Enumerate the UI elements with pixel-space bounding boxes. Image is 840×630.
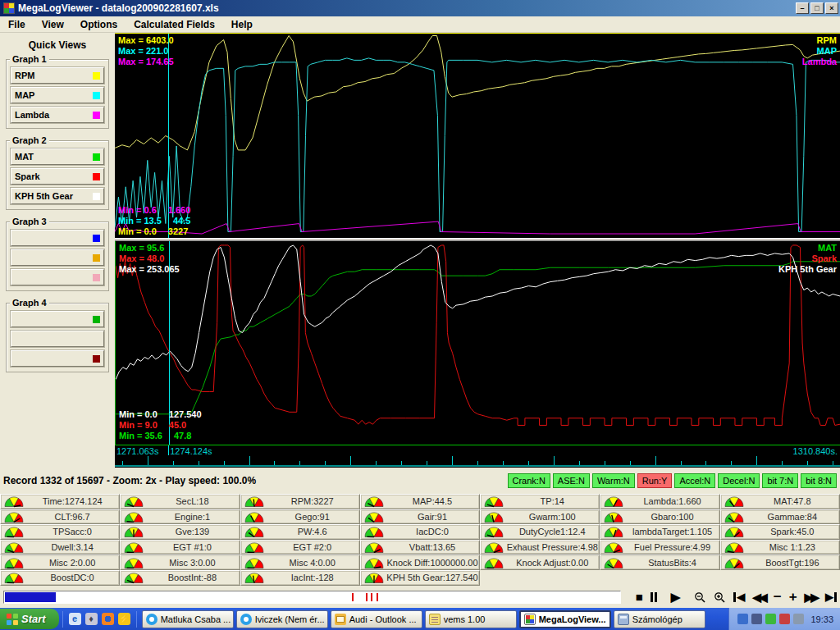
- fast-forward-button[interactable]: ▶▶: [805, 591, 818, 604]
- quick-view-item[interactable]: [11, 311, 104, 327]
- gauge-readout: MAT:47.8: [746, 496, 839, 506]
- gauge-icon: [3, 510, 25, 523]
- cursor-value: 1.660: [168, 205, 191, 216]
- gauge-readout: BoostTgt:196: [746, 558, 839, 568]
- task-button-sz-mol-g-p[interactable]: Számológép: [614, 610, 705, 628]
- gauge-icon: [244, 556, 266, 569]
- quick-views-panel: Quick Views Graph 1RPMMAPLambdaGraph 2MA…: [0, 33, 115, 468]
- menu-item-file[interactable]: File: [0, 17, 34, 32]
- menu-item-options[interactable]: Options: [72, 17, 126, 32]
- device-icon[interactable]: [793, 614, 804, 624]
- overlay-text: Min = 0.0: [119, 409, 158, 419]
- task-label: Számológép: [632, 614, 682, 624]
- volume-icon[interactable]: [737, 614, 748, 624]
- status-red-icon[interactable]: [779, 614, 790, 624]
- rewind-button[interactable]: ◀◀: [752, 591, 765, 604]
- top-legend: RPMMAPLambda: [802, 35, 837, 67]
- quick-view-label: MAP: [15, 90, 34, 100]
- gauge-lambdatarget: lambdaTarget:1.105: [600, 524, 719, 540]
- menu-item-view[interactable]: View: [34, 17, 72, 32]
- trace-rpm: [115, 35, 840, 149]
- quick-view-item-rpm[interactable]: RPM: [11, 67, 104, 84]
- gauge-readout: TPSacc:0: [25, 527, 119, 536]
- gauge-lambda: Lambda:1.660: [600, 494, 719, 509]
- outlook-icon: [335, 614, 346, 625]
- overlay-line: KPH 5th Gear: [778, 264, 837, 275]
- gauge-icon: [3, 495, 25, 508]
- stop-button[interactable]: ■: [636, 591, 643, 604]
- quick-view-item-kph-5th-gear[interactable]: KPH 5th Gear: [11, 188, 104, 204]
- network-icon[interactable]: [751, 614, 762, 624]
- antivirus-icon[interactable]: [765, 614, 776, 624]
- task-button-matluka-csaba-[interactable]: Matluka Csaba ...: [142, 610, 234, 628]
- quick-view-item[interactable]: [11, 331, 104, 347]
- start-button[interactable]: Start: [0, 609, 59, 629]
- menu-item-calculated-fields[interactable]: Calculated Fields: [126, 17, 223, 32]
- gauge-gwarm: Gwarm:100: [480, 509, 600, 525]
- gauge-readout: Gammae:84: [746, 512, 839, 522]
- axis-tick: [477, 461, 478, 465]
- skip-end-button[interactable]: ▶: [825, 591, 837, 604]
- progress-marker: [377, 593, 378, 601]
- quick-view-item-map[interactable]: MAP: [11, 87, 104, 103]
- chart-area: Max = 6403.0Max = 221.0Max = 174.65 Min …: [115, 33, 840, 468]
- quick-view-item-lambda[interactable]: Lambda: [11, 107, 104, 123]
- close-button[interactable]: ×: [825, 2, 838, 14]
- plus-button[interactable]: +: [789, 591, 797, 604]
- task-button-vems-1-00[interactable]: vems 1.00: [425, 610, 517, 628]
- play-button[interactable]: ▶: [671, 591, 681, 604]
- overlay-text: Max = 6403.0: [118, 35, 174, 45]
- skip-start-button[interactable]: ◀: [733, 591, 745, 604]
- zoom-out-button[interactable]: [694, 591, 706, 604]
- player-icon[interactable]: ♦: [85, 613, 98, 625]
- task-button-iviczek-nem-r-[interactable]: Iviczek (Nem ér...: [236, 610, 328, 628]
- overlay-text: Lambda: [802, 57, 837, 66]
- menu-item-help[interactable]: Help: [223, 17, 261, 32]
- minus-button[interactable]: −: [774, 591, 782, 604]
- series-color-swatch: [93, 316, 100, 323]
- gauge-dwell: Dwell:3.14: [0, 540, 120, 555]
- top-chart[interactable]: Max = 6403.0Max = 221.0Max = 174.65 Min …: [115, 33, 840, 238]
- series-color-swatch: [93, 355, 100, 363]
- quick-view-item[interactable]: [11, 249, 104, 266]
- progress-marker: [371, 593, 372, 601]
- overlay-text: Max = 253.065: [119, 264, 180, 274]
- app-window: MegaLogViewer - datalog200902281607.xls …: [0, 0, 840, 609]
- overlay-text: MAP: [817, 46, 837, 56]
- group-graph-4: Graph 4: [6, 303, 109, 372]
- gauge-readout: Fuel Pressure:4.99: [625, 542, 719, 552]
- status-flag-bit-7: bit 7:N: [762, 473, 798, 488]
- gauge-boosttgt: BoostTgt:196: [720, 555, 840, 570]
- time-axis[interactable]: 1271.063s 1274.124s 1310.840s.: [115, 445, 840, 467]
- axis-tick: [731, 461, 732, 465]
- overlay-line: Min = 0.03227: [118, 226, 190, 237]
- quick-view-item[interactable]: [11, 230, 104, 246]
- playback-progress-bar[interactable]: [3, 591, 621, 604]
- gauge-grid-empty: [480, 570, 600, 586]
- pause-button[interactable]: [651, 592, 657, 602]
- quick-view-item[interactable]: [11, 350, 104, 367]
- minimize-button[interactable]: –: [796, 2, 809, 14]
- quick-view-item-mat[interactable]: MAT: [11, 148, 104, 165]
- axis-tick: [249, 456, 250, 465]
- gauge-icon: [603, 556, 625, 569]
- ie-icon[interactable]: e: [69, 613, 81, 625]
- gauge-icon: [123, 525, 145, 538]
- bottom-chart[interactable]: Max = 95.6Max = 48.0Max = 253.065 Min = …: [115, 241, 840, 445]
- overlay-text: Max = 48.0: [119, 253, 164, 263]
- firefox-icon[interactable]: o: [102, 613, 114, 625]
- task-button-audi-outlook-[interactable]: Audi - Outlook ...: [331, 610, 422, 628]
- gauge-icon: [724, 510, 746, 523]
- maximize-button[interactable]: □: [810, 2, 824, 14]
- zoom-in-button[interactable]: [714, 591, 726, 604]
- quick-view-item-spark[interactable]: Spark: [11, 168, 104, 185]
- winamp-icon[interactable]: ⚡: [118, 613, 130, 625]
- task-button-megalogview-[interactable]: MegaLogView...: [519, 610, 611, 628]
- gauge-gammae: Gammae:84: [720, 509, 840, 525]
- gauge-icon: [244, 541, 266, 554]
- quick-view-item[interactable]: [11, 269, 104, 285]
- gauge-readout: Knock Diff:1000000.00: [386, 558, 479, 568]
- gauge-readout: CLT:96.7: [25, 512, 119, 522]
- taskbar: Start e♦o⚡ Matluka Csaba ...Iviczek (Nem…: [0, 608, 840, 630]
- gauge-icon: [244, 495, 266, 508]
